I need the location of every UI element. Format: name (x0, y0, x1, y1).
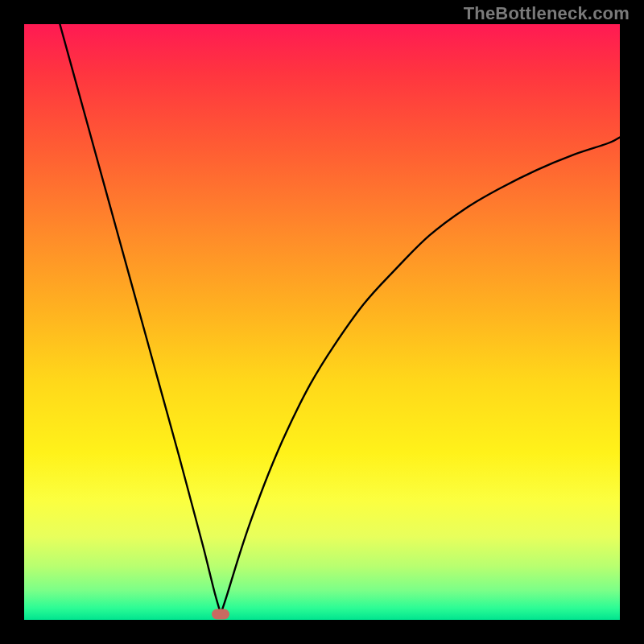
plot-area (24, 24, 620, 620)
curve-svg (24, 24, 620, 620)
chart-frame: TheBottleneck.com (0, 0, 644, 644)
curve-right (221, 138, 620, 614)
bottleneck-marker (212, 609, 229, 619)
watermark-text: TheBottleneck.com (464, 3, 630, 24)
curve-left (60, 24, 221, 614)
